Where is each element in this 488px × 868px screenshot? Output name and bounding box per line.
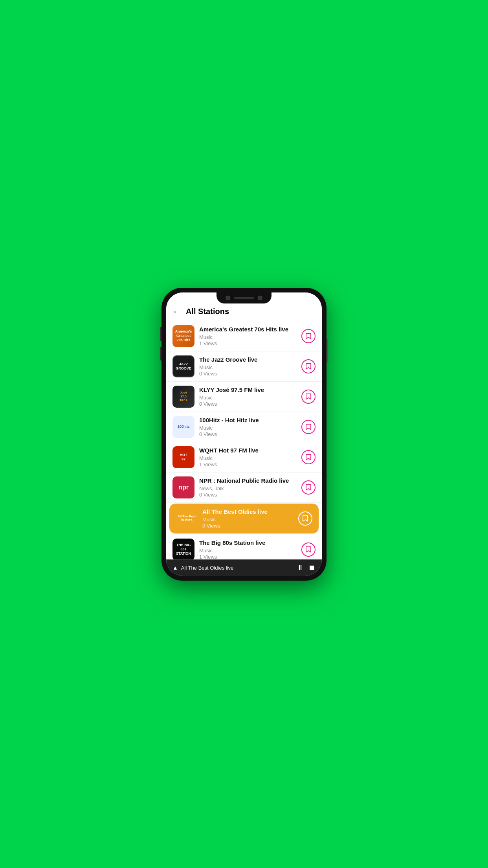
bookmark-icon <box>306 454 311 460</box>
station-info: The Big 80s Station live Music 1 Views <box>199 539 301 559</box>
bookmark-button[interactable] <box>301 480 316 495</box>
front-camera <box>226 296 230 300</box>
station-name: WQHT Hot 97 FM live <box>199 447 301 454</box>
station-views: 0 Views <box>199 371 301 377</box>
bookmark-button[interactable] <box>301 390 316 404</box>
station-name: All The Best Oldies live <box>202 508 298 516</box>
station-views: 0 Views <box>199 431 301 437</box>
station-logo: HOT 97 <box>172 446 194 468</box>
station-item[interactable]: npr NPR : National Public Radio live New… <box>166 473 322 503</box>
bookmark-icon <box>303 515 308 522</box>
station-logo: JAZZ GROOVE <box>172 355 194 377</box>
bookmark-icon <box>306 394 311 400</box>
station-views: 1 Views <box>199 554 301 559</box>
back-button[interactable]: ← <box>172 307 181 317</box>
station-views: 0 Views <box>199 492 301 498</box>
bookmark-icon <box>306 484 311 491</box>
page-title: All Stations <box>186 307 229 316</box>
station-item[interactable]: 100hitz 100Hitz - Hot Hitz live Music 0 … <box>166 412 322 442</box>
sensor <box>258 296 262 300</box>
station-info: KLYY José 97.5 FM live Music 0 Views <box>199 386 301 407</box>
station-info: America's Greatest 70s Hits live Music 1… <box>199 326 301 346</box>
station-logo: npr <box>172 476 194 498</box>
station-name: The Jazz Groove live <box>199 356 301 364</box>
station-logo: 100hitz <box>172 416 194 438</box>
bookmark-icon <box>306 333 311 339</box>
station-name: 100Hitz - Hot Hitz live <box>199 416 301 424</box>
notch <box>216 292 272 303</box>
station-item[interactable]: José 97.5 107.1 KLYY José 97.5 FM live M… <box>166 382 322 412</box>
station-views: 1 Views <box>199 462 301 467</box>
station-info: All The Best Oldies live Music 0 Views <box>202 508 298 529</box>
station-category: Music <box>199 395 301 401</box>
station-category: Music <box>199 455 301 461</box>
earpiece <box>234 297 254 299</box>
station-list: America's Greatest 70s Hits America's Gr… <box>166 321 322 559</box>
station-info: The Jazz Groove live Music 0 Views <box>199 356 301 377</box>
station-logo: José 97.5 107.1 <box>172 386 194 408</box>
station-info: 100Hitz - Hot Hitz live Music 0 Views <box>199 416 301 437</box>
station-info: NPR : National Public Radio live News, T… <box>199 477 301 498</box>
stop-button[interactable]: ⏹ <box>308 564 316 572</box>
phone-frame: ← All Stations America's Greatest 70s Hi… <box>161 288 327 581</box>
station-views: 0 Views <box>199 401 301 407</box>
mini-player-expand-icon: ▲ <box>172 565 178 571</box>
station-category: Music <box>202 517 298 522</box>
station-item[interactable]: All The Best OLDIES All The Best Oldies … <box>169 504 319 534</box>
mini-player[interactable]: ▲ All The Best Oldies live ⏸ ⏹ <box>166 559 322 576</box>
bookmark-button[interactable] <box>301 359 316 373</box>
pause-button[interactable]: ⏸ <box>297 564 304 572</box>
station-info: WQHT Hot 97 FM live Music 1 Views <box>199 447 301 467</box>
station-category: Music <box>199 364 301 370</box>
bookmark-icon <box>306 424 311 430</box>
station-name: NPR : National Public Radio live <box>199 477 301 485</box>
station-views: 1 Views <box>199 340 301 346</box>
station-item[interactable]: JAZZ GROOVE The Jazz Groove live Music 0… <box>166 351 322 382</box>
station-category: News, Talk <box>199 485 301 491</box>
volume-up-button[interactable] <box>160 327 161 341</box>
station-logo: All The Best OLDIES <box>176 508 198 530</box>
bookmark-button[interactable] <box>301 450 316 464</box>
bookmark-button[interactable] <box>301 329 316 343</box>
station-item[interactable]: HOT 97 WQHT Hot 97 FM live Music 1 Views <box>166 442 322 473</box>
station-name: The Big 80s Station live <box>199 539 301 547</box>
bookmark-icon <box>306 363 311 370</box>
station-category: Music <box>199 425 301 431</box>
power-button[interactable] <box>327 339 328 362</box>
station-logo: America's Greatest 70s Hits <box>172 325 194 347</box>
bookmark-icon <box>306 546 311 553</box>
mini-player-controls: ⏸ ⏹ <box>297 564 316 572</box>
station-logo: THE BIG 80s STATION <box>172 539 194 559</box>
station-views: 0 Views <box>202 523 298 529</box>
station-category: Music <box>199 548 301 554</box>
station-category: Music <box>199 334 301 340</box>
station-name: KLYY José 97.5 FM live <box>199 386 301 394</box>
volume-down-button[interactable] <box>160 347 161 360</box>
station-item[interactable]: THE BIG 80s STATION The Big 80s Station … <box>166 535 322 559</box>
station-name: America's Greatest 70s Hits live <box>199 326 301 333</box>
phone-screen: ← All Stations America's Greatest 70s Hi… <box>166 292 322 576</box>
station-item[interactable]: America's Greatest 70s Hits America's Gr… <box>166 321 322 351</box>
bookmark-button[interactable] <box>301 420 316 434</box>
mini-player-title: All The Best Oldies live <box>181 565 297 571</box>
bookmark-button[interactable] <box>301 542 316 557</box>
bookmark-button[interactable] <box>298 511 312 526</box>
